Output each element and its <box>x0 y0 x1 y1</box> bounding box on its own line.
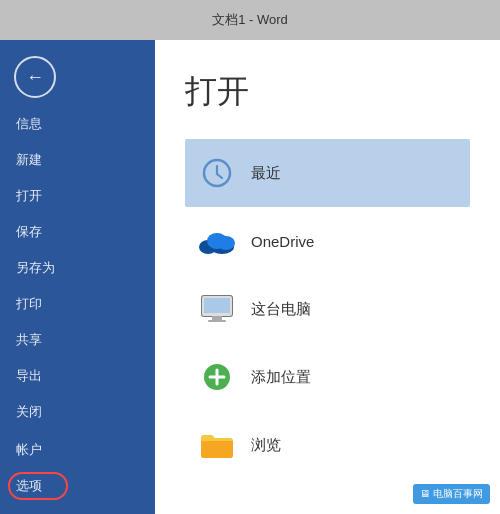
location-label-browse: 浏览 <box>251 436 281 455</box>
location-item-browse[interactable]: 浏览 <box>185 411 470 479</box>
svg-line-2 <box>217 174 222 178</box>
clock-icon <box>197 153 237 193</box>
back-button[interactable]: ← <box>14 56 56 98</box>
sidebar-item-options[interactable]: 选项 <box>0 468 155 504</box>
location-item-addlocation[interactable]: 添加位置 <box>185 343 470 411</box>
svg-rect-11 <box>208 320 226 322</box>
main-container: ← 信息 新建 打开 保存 另存为 打印 共享 导出 关闭 帐户 选项 打开 <box>0 40 500 514</box>
folder-icon <box>197 425 237 465</box>
sidebar-item-saveas[interactable]: 另存为 <box>0 250 155 286</box>
sidebar-item-share[interactable]: 共享 <box>0 322 155 358</box>
sidebar-item-export[interactable]: 导出 <box>0 358 155 394</box>
location-item-thispc[interactable]: 这台电脑 <box>185 275 470 343</box>
back-icon: ← <box>26 67 44 88</box>
sidebar-item-new[interactable]: 新建 <box>0 142 155 178</box>
svg-rect-9 <box>204 298 230 313</box>
title-bar: 文档1 - Word <box>0 0 500 40</box>
svg-point-6 <box>217 236 235 250</box>
title-text: 文档1 - Word <box>212 11 288 29</box>
location-label-onedrive: OneDrive <box>251 233 314 250</box>
location-item-recent[interactable]: 最近 <box>185 139 470 207</box>
computer-icon <box>197 289 237 329</box>
sidebar-item-save[interactable]: 保存 <box>0 214 155 250</box>
sidebar-item-close[interactable]: 关闭 <box>0 394 155 430</box>
location-list: 最近 OneDrive <box>185 139 470 479</box>
sidebar: ← 信息 新建 打开 保存 另存为 打印 共享 导出 关闭 帐户 选项 <box>0 40 155 514</box>
watermark-text: 🖥 <box>420 488 433 499</box>
watermark: 🖥 电脑百事网 <box>413 484 490 504</box>
location-label-addlocation: 添加位置 <box>251 368 311 387</box>
location-label-thispc: 这台电脑 <box>251 300 311 319</box>
location-item-onedrive[interactable]: OneDrive <box>185 207 470 275</box>
page-title: 打开 <box>185 70 470 114</box>
sidebar-item-open[interactable]: 打开 <box>0 178 155 214</box>
sidebar-item-print[interactable]: 打印 <box>0 286 155 322</box>
location-label-recent: 最近 <box>251 164 281 183</box>
svg-rect-10 <box>212 316 222 320</box>
content-area: 打开 最近 <box>155 40 500 514</box>
sidebar-item-info[interactable]: 信息 <box>0 106 155 142</box>
add-icon <box>197 357 237 397</box>
sidebar-item-account[interactable]: 帐户 <box>0 432 155 468</box>
onedrive-icon <box>197 221 237 261</box>
